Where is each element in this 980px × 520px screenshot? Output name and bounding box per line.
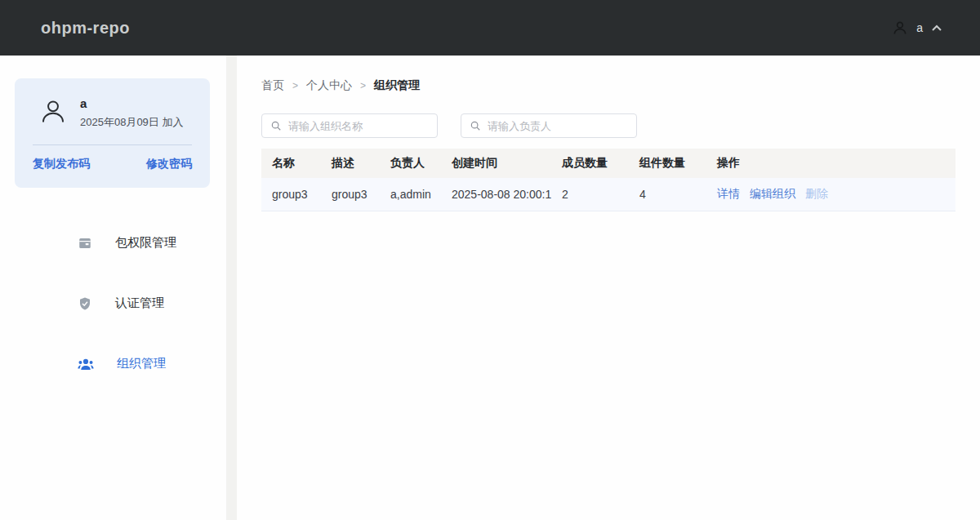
cell-members: 2	[551, 188, 629, 201]
people-icon	[78, 357, 94, 371]
sidebar-item-label: 认证管理	[115, 296, 164, 311]
column-header-created: 创建时间	[441, 156, 551, 171]
cell-owner: a,admin	[380, 188, 441, 201]
edit-org-link[interactable]: 编辑组织	[750, 187, 795, 202]
org-name-search-input[interactable]	[288, 120, 429, 132]
copy-publish-code-link[interactable]: 复制发布码	[33, 157, 90, 171]
sidebar-item-authentication[interactable]: 认证管理	[0, 281, 226, 326]
delete-link[interactable]: 删除	[805, 187, 828, 202]
cell-components: 4	[629, 188, 706, 201]
app-header: ohpm-repo a	[0, 0, 980, 56]
profile-name: a	[80, 96, 183, 110]
table-row: group3 group3 a,admin 2025-08-08 20:00:1…	[261, 178, 956, 211]
user-menu[interactable]: a	[892, 20, 942, 36]
sidebar-item-organizations[interactable]: 组织管理	[0, 341, 226, 386]
search-row	[261, 113, 957, 138]
org-name-search-box[interactable]	[261, 113, 438, 138]
breadcrumb: 首页 > 个人中心 > 组织管理	[261, 78, 957, 93]
breadcrumb-personal-center[interactable]: 个人中心	[306, 78, 352, 93]
avatar-icon	[39, 96, 67, 126]
sidebar-item-label: 组织管理	[117, 356, 166, 371]
breadcrumb-home[interactable]: 首页	[261, 78, 284, 93]
main-content: 首页 > 个人中心 > 组织管理	[237, 56, 980, 520]
chevron-up-icon	[931, 24, 942, 32]
column-header-owner: 负责人	[380, 156, 441, 171]
profile-divider	[33, 144, 192, 145]
column-header-name: 名称	[261, 156, 321, 171]
sidebar-item-package-permissions[interactable]: 包权限管理	[0, 220, 226, 265]
owner-search-box[interactable]	[461, 113, 637, 138]
cell-description: group3	[321, 188, 380, 201]
package-icon	[78, 236, 92, 251]
table-header-row: 名称 描述 负责人 创建时间 成员数量 组件数量 操作	[261, 149, 956, 178]
cell-created: 2025-08-08 20:00:12	[441, 188, 551, 201]
breadcrumb-current: 组织管理	[374, 78, 420, 93]
column-header-actions: 操作	[706, 156, 740, 171]
cell-name: group3	[261, 188, 321, 201]
sidebar-divider	[226, 56, 237, 520]
breadcrumb-separator: >	[292, 80, 298, 91]
owner-search-input[interactable]	[488, 120, 628, 132]
app-logo: ohpm-repo	[41, 19, 130, 38]
column-header-components: 组件数量	[629, 156, 706, 171]
breadcrumb-separator: >	[360, 80, 366, 91]
profile-join-date: 2025年08月09日 加入	[80, 115, 183, 130]
sidebar-menu: 包权限管理 认证管理	[0, 220, 226, 386]
user-name: a	[916, 21, 923, 34]
search-icon	[470, 120, 481, 131]
sidebar-item-label: 包权限管理	[115, 235, 176, 251]
profile-card: a 2025年08月09日 加入 复制发布码 修改密码	[15, 78, 210, 188]
sidebar: a 2025年08月09日 加入 复制发布码 修改密码 包权限管	[0, 56, 226, 520]
search-icon	[270, 120, 282, 131]
column-header-members: 成员数量	[551, 156, 629, 171]
detail-link[interactable]: 详情	[717, 187, 740, 202]
organizations-table: 名称 描述 负责人 创建时间 成员数量 组件数量 操作 group3 group…	[261, 149, 956, 211]
change-password-link[interactable]: 修改密码	[146, 157, 192, 171]
shield-check-icon	[78, 296, 92, 311]
column-header-description: 描述	[321, 156, 380, 171]
user-icon	[892, 20, 908, 36]
